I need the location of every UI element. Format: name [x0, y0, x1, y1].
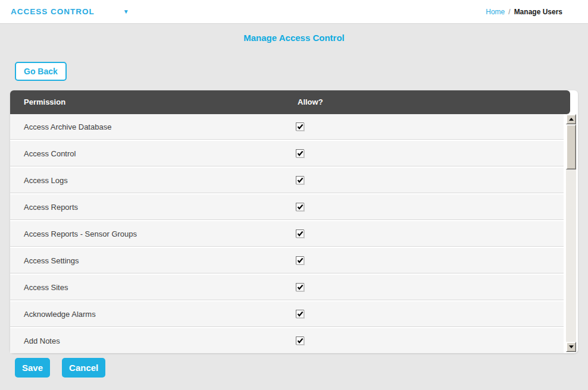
- table-row: Access Reports: [10, 194, 564, 220]
- permission-label: Access Reports: [24, 203, 78, 212]
- allow-checkbox[interactable]: [296, 229, 304, 238]
- page-title: Manage Access Control: [0, 33, 588, 43]
- table-row: Access Logs: [10, 168, 564, 193]
- app-menu-dropdown[interactable]: ACCESS CONTROL ▼: [11, 7, 129, 16]
- breadcrumb-home-link[interactable]: Home: [486, 8, 505, 16]
- allow-checkbox[interactable]: [296, 122, 304, 131]
- checkmark-icon: [297, 284, 304, 291]
- table-row: Access Control: [10, 141, 564, 166]
- checkmark-icon: [297, 124, 304, 130]
- allow-checkbox[interactable]: [296, 336, 304, 345]
- table-row: Add Notes: [10, 328, 564, 353]
- permission-label: Access Reports - Sensor Groups: [24, 229, 137, 238]
- allow-checkbox[interactable]: [296, 310, 304, 318]
- permission-label: Access Control: [24, 149, 76, 158]
- triangle-up-icon: [569, 118, 574, 121]
- allow-checkbox[interactable]: [296, 176, 304, 184]
- table-row: Access Archive Database: [10, 114, 564, 140]
- save-button[interactable]: Save: [15, 358, 50, 378]
- permission-label: Access Settings: [24, 256, 79, 265]
- cancel-button[interactable]: Cancel: [62, 358, 105, 378]
- table-body: Access Archive Database Access Control A…: [10, 114, 564, 353]
- go-back-button[interactable]: Go Back: [15, 62, 67, 81]
- scroll-up-button[interactable]: [566, 114, 576, 124]
- permission-label: Access Archive Database: [24, 122, 111, 131]
- checkmark-icon: [297, 338, 304, 344]
- allow-checkbox[interactable]: [296, 149, 304, 158]
- permission-label: Access Sites: [24, 283, 68, 292]
- column-header-permission: Permission: [24, 90, 65, 114]
- breadcrumb-separator: /: [508, 8, 510, 16]
- table-row: Access Sites: [10, 275, 564, 300]
- footer-actions: Save Cancel: [15, 358, 105, 378]
- column-header-allow: Allow?: [298, 90, 323, 114]
- app-title: ACCESS CONTROL: [11, 7, 95, 16]
- checkmark-icon: [297, 231, 304, 237]
- allow-checkbox[interactable]: [296, 203, 304, 211]
- allow-checkbox[interactable]: [296, 256, 304, 265]
- topbar: ACCESS CONTROL ▼ Home / Manage Users: [0, 0, 588, 24]
- table-row: Acknowledge Alarms: [10, 301, 564, 327]
- checkmark-icon: [297, 204, 304, 210]
- permission-label: Acknowledge Alarms: [24, 310, 96, 319]
- chevron-down-icon: ▼: [123, 9, 129, 15]
- scrollbar-track[interactable]: [566, 124, 576, 342]
- allow-checkbox[interactable]: [296, 283, 304, 291]
- checkmark-icon: [297, 150, 304, 157]
- scrollbar[interactable]: [566, 114, 576, 352]
- table-row: Access Reports - Sensor Groups: [10, 221, 564, 247]
- scrollbar-thumb[interactable]: [566, 124, 576, 169]
- checkmark-icon: [297, 311, 304, 317]
- permission-label: Access Logs: [24, 176, 68, 185]
- checkmark-icon: [297, 257, 304, 264]
- permission-label: Add Notes: [24, 336, 60, 345]
- breadcrumb-current-page: Manage Users: [514, 8, 562, 16]
- breadcrumb: Home / Manage Users: [486, 8, 562, 16]
- checkmark-icon: [297, 177, 304, 184]
- table-row: Access Settings: [10, 248, 564, 273]
- permissions-table: Permission Allow? Access Archive Databas…: [10, 90, 578, 353]
- table-header: Permission Allow?: [10, 90, 570, 114]
- triangle-down-icon: [569, 345, 574, 348]
- scroll-down-button[interactable]: [566, 342, 576, 352]
